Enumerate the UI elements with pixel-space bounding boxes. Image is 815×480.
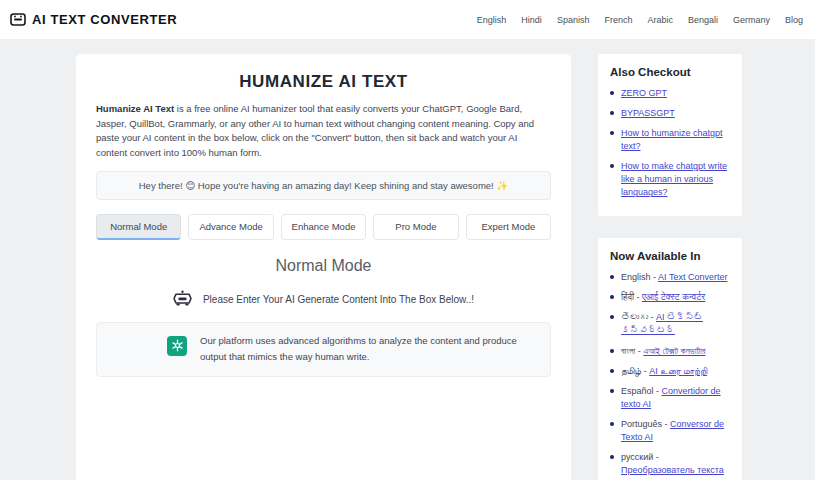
platform-note-text: Our platform uses advanced algorithms to… xyxy=(200,333,536,364)
intro-lead: Humanize AI Text xyxy=(96,103,174,114)
language-link[interactable]: AI உரை மாற்றி xyxy=(649,366,707,376)
language-link[interactable]: AI Text Converter xyxy=(658,272,727,282)
ai-converter-logo-icon xyxy=(10,13,26,26)
language-link[interactable]: Преобразователь текста AI xyxy=(621,465,724,480)
checkout-link[interactable]: How to humanize chatgpt text? xyxy=(621,128,723,151)
brand-logo[interactable]: AI TEXT CONVERTER xyxy=(10,12,177,27)
language-list-item: English - AI Text Converter xyxy=(610,271,730,284)
mode-tab[interactable]: Expert Mode xyxy=(466,214,551,240)
language-label: русский xyxy=(621,452,653,462)
language-label: Português xyxy=(621,419,662,429)
language-list-item: Español - Convertidor de texto AI xyxy=(610,385,730,411)
checkout-list-item: BYPASSGPT xyxy=(610,107,730,120)
mode-tab[interactable]: Pro Mode xyxy=(373,214,458,240)
language-label: தமிழ் xyxy=(621,366,641,376)
brand-title: AI TEXT CONVERTER xyxy=(32,12,177,27)
language-list-item: русский - Преобразователь текста AI xyxy=(610,451,730,480)
nav-link[interactable]: Hindi xyxy=(521,15,542,25)
language-label: Español xyxy=(621,386,654,396)
language-link[interactable]: एआई टेक्स्ट कन्वर्टर xyxy=(642,292,705,302)
checkout-list-item: ZERO GPT xyxy=(610,87,730,100)
checkout-list-item: How to make chatgpt write like a human i… xyxy=(610,160,730,199)
nav-link[interactable]: Germany xyxy=(733,15,770,25)
now-available-title: Now Available In xyxy=(610,250,730,262)
language-list-item: தமிழ் - AI உரை மாற்றி xyxy=(610,365,730,378)
page-title: HUMANIZE AI TEXT xyxy=(96,72,551,92)
nav-link[interactable]: Spanish xyxy=(557,15,590,25)
language-label: English xyxy=(621,272,651,282)
also-checkout-card: Also Checkout ZERO GPT BYPASSGPT How to … xyxy=(597,53,743,217)
now-available-list: English - AI Text Converter हिंदी - एआई … xyxy=(610,271,730,480)
language-link[interactable]: এআই টেক্সট কনভার্টার xyxy=(643,346,705,356)
top-nav: English Hindi Spanish French Arabic Beng… xyxy=(477,15,803,25)
language-label: हिंदी xyxy=(621,292,634,302)
checkout-link[interactable]: ZERO GPT xyxy=(621,88,667,98)
robot-icon xyxy=(173,290,192,309)
nav-link[interactable]: French xyxy=(604,15,632,25)
nav-link[interactable]: Bengali xyxy=(688,15,718,25)
instruction-row: Please Enter Your AI Generate Content In… xyxy=(96,290,551,309)
nav-link[interactable]: Arabic xyxy=(647,15,673,25)
chatgpt-icon xyxy=(167,336,187,356)
header: AI TEXT CONVERTER English Hindi Spanish … xyxy=(0,0,815,40)
language-list-item: हिंदी - एआई टेक्स्ट कन्वर्टर xyxy=(610,291,730,304)
language-label: বাংলা xyxy=(621,346,635,356)
instruction-text: Please Enter Your AI Generate Content In… xyxy=(203,294,474,305)
also-checkout-title: Also Checkout xyxy=(610,66,730,78)
mode-tab[interactable]: Advance Mode xyxy=(188,214,273,240)
mode-tab[interactable]: Enhance Mode xyxy=(281,214,366,240)
checkout-link[interactable]: BYPASSGPT xyxy=(621,108,675,118)
nav-link[interactable]: Blog xyxy=(785,15,803,25)
mode-tab[interactable]: Normal Mode xyxy=(96,214,181,240)
page-body: HUMANIZE AI TEXT Humanize AI Text is a f… xyxy=(0,40,815,480)
checkout-link[interactable]: How to make chatgpt write like a human i… xyxy=(621,161,727,197)
language-label: తెలుగు xyxy=(621,312,648,322)
language-list-item: Português - Conversor de Texto AI xyxy=(610,418,730,444)
checkout-list-item: How to humanize chatgpt text? xyxy=(610,127,730,153)
intro-paragraph: Humanize AI Text is a free online AI hum… xyxy=(96,102,551,161)
greeting-banner: Hey there! 😊 Hope you're having an amazi… xyxy=(96,171,551,200)
nav-link[interactable]: English xyxy=(477,15,507,25)
mode-tabs: Normal Mode Advance Mode Enhance Mode Pr… xyxy=(96,214,551,240)
language-list-item: తెలుగు - AI టెక్స్ట్ కన్వర్టర్ xyxy=(610,311,730,337)
humanizer-main-card: HUMANIZE AI TEXT Humanize AI Text is a f… xyxy=(75,53,572,480)
language-list-item: বাংলা - এআই টেক্সট কনভার্টার xyxy=(610,345,730,358)
sidebar: Also Checkout ZERO GPT BYPASSGPT How to … xyxy=(597,53,743,480)
platform-note-box: Our platform uses advanced algorithms to… xyxy=(96,322,551,377)
also-checkout-list: ZERO GPT BYPASSGPT How to humanize chatg… xyxy=(610,87,730,199)
now-available-card: Now Available In English - AI Text Conve… xyxy=(597,237,743,480)
section-title: Normal Mode xyxy=(96,257,551,275)
